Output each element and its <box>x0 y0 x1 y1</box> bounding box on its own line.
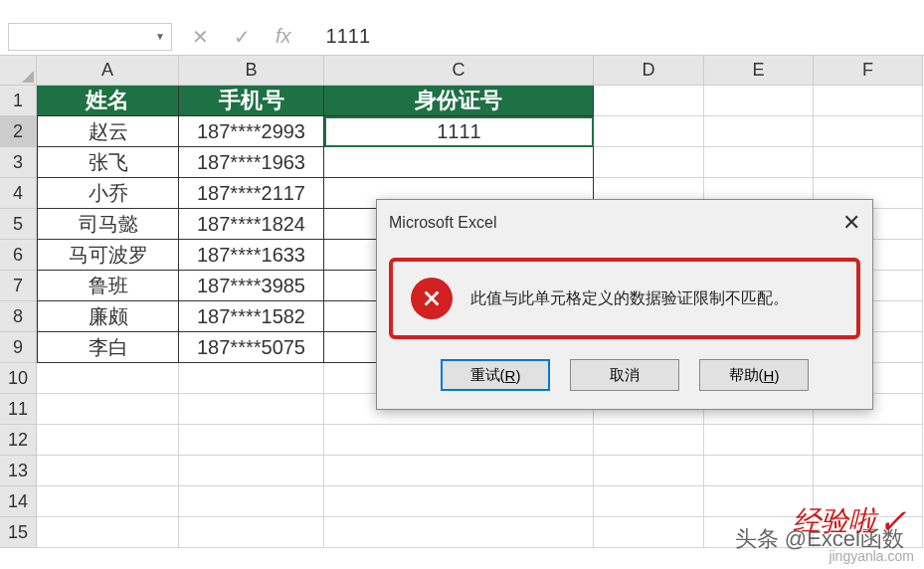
cell[interactable] <box>704 86 814 116</box>
cell-phone[interactable]: 187****1633 <box>179 240 324 271</box>
cell-phone[interactable]: 187****2993 <box>179 116 324 147</box>
cell-id-active[interactable]: 1111 <box>324 116 594 147</box>
cell-phone[interactable]: 187****1824 <box>179 209 324 240</box>
row-header-9[interactable]: 9 <box>0 332 37 363</box>
formula-bar-buttons: ✕ ✓ fx <box>192 25 291 49</box>
cell-phone[interactable]: 187****3985 <box>179 271 324 301</box>
dialog-body: 此值与此单元格定义的数据验证限制不匹配。 <box>377 246 872 351</box>
cell-name[interactable]: 司马懿 <box>37 209 179 240</box>
table-row: 13 <box>0 456 924 486</box>
name-box-dropdown-icon[interactable]: ▼ <box>149 27 171 46</box>
header-name[interactable]: 姓名 <box>37 86 179 116</box>
cell[interactable] <box>37 363 179 394</box>
cell-phone[interactable]: 187****1582 <box>179 301 324 332</box>
select-all-corner[interactable] <box>0 56 37 86</box>
cell[interactable] <box>814 147 923 178</box>
cell[interactable] <box>704 425 814 456</box>
cell[interactable] <box>594 456 704 486</box>
cell[interactable] <box>37 486 179 517</box>
cell-name[interactable]: 廉颇 <box>37 301 179 332</box>
cell[interactable] <box>814 456 923 486</box>
cell[interactable] <box>37 456 179 486</box>
cell[interactable] <box>37 394 179 425</box>
row-header-1[interactable]: 1 <box>0 86 37 116</box>
row-header-15[interactable]: 15 <box>0 517 37 548</box>
cell[interactable] <box>179 394 324 425</box>
cell-phone[interactable]: 187****2117 <box>179 178 324 209</box>
cell[interactable] <box>37 517 179 548</box>
row-header-5[interactable]: 5 <box>0 209 37 240</box>
header-phone[interactable]: 手机号 <box>179 86 324 116</box>
row-header-4[interactable]: 4 <box>0 178 37 209</box>
row-header-3[interactable]: 3 <box>0 147 37 178</box>
row-header-10[interactable]: 10 <box>0 363 37 394</box>
cell[interactable] <box>324 456 594 486</box>
row-header-12[interactable]: 12 <box>0 425 37 456</box>
message-box: 此值与此单元格定义的数据验证限制不匹配。 <box>389 258 860 339</box>
cell[interactable] <box>814 425 923 456</box>
cell[interactable] <box>179 517 324 548</box>
dialog-buttons: 重试(R) 取消 帮助(H) <box>377 351 872 409</box>
cell-name[interactable]: 李白 <box>37 332 179 363</box>
cell[interactable] <box>37 425 179 456</box>
cell[interactable] <box>814 116 923 147</box>
cell-name[interactable]: 张飞 <box>37 147 179 178</box>
row-header-2[interactable]: 2 <box>0 116 37 147</box>
cell[interactable] <box>594 486 704 517</box>
fx-icon[interactable]: fx <box>276 25 291 48</box>
cell[interactable] <box>324 486 594 517</box>
cell[interactable] <box>324 517 594 548</box>
cell-phone[interactable]: 187****5075 <box>179 332 324 363</box>
dialog-titlebar[interactable]: Microsoft Excel ✕ <box>377 200 872 246</box>
cell[interactable] <box>594 517 704 548</box>
error-message: 此值与此单元格定义的数据验证限制不匹配。 <box>470 288 789 309</box>
col-header-C[interactable]: C <box>324 56 594 86</box>
col-header-E[interactable]: E <box>704 56 814 86</box>
help-button[interactable]: 帮助(H) <box>699 359 809 391</box>
dialog-title-text: Microsoft Excel <box>389 214 496 232</box>
col-header-B[interactable]: B <box>179 56 324 86</box>
cell[interactable] <box>704 456 814 486</box>
cell[interactable] <box>594 86 704 116</box>
close-icon[interactable]: ✕ <box>842 210 860 236</box>
row-header-8[interactable]: 8 <box>0 301 37 332</box>
cell[interactable] <box>704 147 814 178</box>
table-row: 14 <box>0 486 924 517</box>
cell[interactable] <box>594 425 704 456</box>
cell-name[interactable]: 赵云 <box>37 116 179 147</box>
col-header-A[interactable]: A <box>37 56 179 86</box>
row-header-13[interactable]: 13 <box>0 456 37 486</box>
row-header-7[interactable]: 7 <box>0 271 37 301</box>
table-row: 1 姓名 手机号 身份证号 <box>0 86 924 116</box>
cell-name[interactable]: 马可波罗 <box>37 240 179 271</box>
col-header-F[interactable]: F <box>814 56 923 86</box>
cell-id[interactable] <box>324 147 594 178</box>
row-header-6[interactable]: 6 <box>0 240 37 271</box>
cell[interactable] <box>324 425 594 456</box>
cell-name[interactable]: 鲁班 <box>37 271 179 301</box>
table-row: 12 <box>0 425 924 456</box>
cancel-button[interactable]: 取消 <box>570 359 679 391</box>
cell[interactable] <box>179 363 324 394</box>
row-header-14[interactable]: 14 <box>0 486 37 517</box>
cell[interactable] <box>179 486 324 517</box>
cell[interactable] <box>179 425 324 456</box>
formula-input[interactable]: 1111 <box>326 25 371 48</box>
table-row: 2 赵云 187****2993 1111 <box>0 116 924 147</box>
cancel-icon[interactable]: ✕ <box>192 25 209 49</box>
cell[interactable] <box>179 456 324 486</box>
retry-button[interactable]: 重试(R) <box>441 359 550 391</box>
header-id[interactable]: 身份证号 <box>324 86 594 116</box>
cell[interactable] <box>594 116 704 147</box>
name-box[interactable]: ▼ <box>8 23 172 51</box>
cell-name[interactable]: 小乔 <box>37 178 179 209</box>
row-header-11[interactable]: 11 <box>0 394 37 425</box>
cell[interactable] <box>814 86 923 116</box>
col-header-D[interactable]: D <box>594 56 704 86</box>
cell-phone[interactable]: 187****1963 <box>179 147 324 178</box>
formula-bar: ▼ ✕ ✓ fx 1111 <box>0 18 924 56</box>
cell[interactable] <box>704 116 814 147</box>
sheet-header-row: A B C D E F <box>0 56 924 86</box>
cell[interactable] <box>594 147 704 178</box>
enter-icon[interactable]: ✓ <box>234 25 251 49</box>
